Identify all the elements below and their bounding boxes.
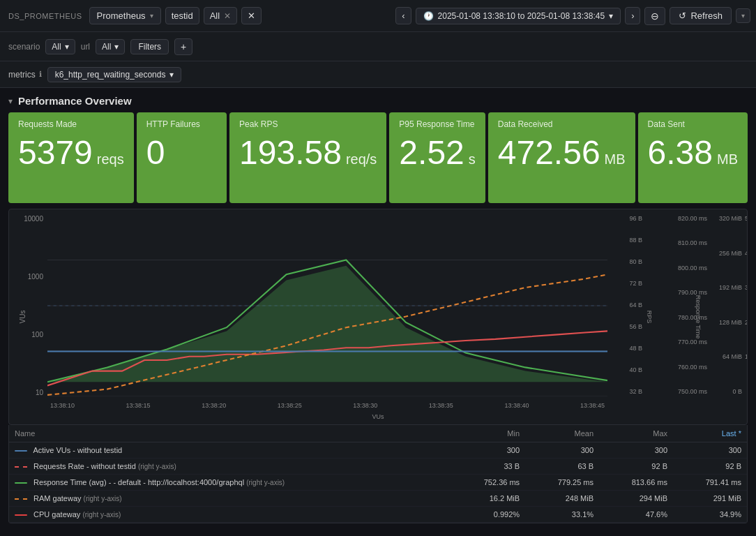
legend-last: 791.41 ms (673, 475, 747, 491)
chevron-down-icon: ▾ (114, 42, 119, 52)
stat-unit: MB (605, 152, 626, 166)
legend-line (15, 514, 27, 516)
rt-axis-title: Response Time (695, 295, 702, 339)
legend-name: RAM gateway (33, 494, 81, 502)
stat-card-http-failures: HTTP Failures 0 (137, 112, 227, 203)
info-icon[interactable]: ℹ (39, 70, 42, 79)
tag-testid: testid (165, 7, 199, 24)
stat-value: 6.38MB (648, 136, 738, 170)
section-title: Performance Overview (18, 95, 132, 107)
legend-min: 300 (451, 442, 525, 459)
legend-table-container: Name Min Mean Max Last * Active VUs - wi… (8, 425, 748, 523)
legend-mean: 33.1% (525, 507, 599, 523)
y-axis-vus-title: VUs (19, 311, 27, 324)
legend-last: 300 (673, 442, 747, 459)
metrics-dropdown[interactable]: k6_http_req_waiting_seconds ▾ (47, 67, 182, 82)
stat-value: 2.52s (399, 136, 475, 170)
stat-value: 0 (146, 136, 217, 170)
metrics-label: metrics ℹ (8, 70, 42, 80)
stat-label: HTTP Failures (146, 119, 217, 129)
stat-card-data-received: Data Received 472.56MB (488, 112, 635, 203)
chevron-down-icon: ▾ (609, 11, 613, 21)
legend-mean: 779.25 ms (525, 475, 599, 491)
time-next-button[interactable]: › (625, 7, 640, 24)
stat-label: Peak RPS (239, 119, 377, 129)
filters-label: Filters (138, 42, 161, 52)
legend-mean: 63 B (525, 459, 599, 475)
legend-subtitle: (right y-axis) (82, 511, 121, 519)
rps-axis-title: RPS (647, 311, 653, 324)
legend-name-cell: Response Time (avg) - - default - http:/… (9, 475, 451, 491)
legend-last: 291 MiB (673, 491, 747, 507)
stat-value: 5379reqs (18, 136, 124, 170)
stat-card-p95-response-time: P95 Response Time 2.52s (389, 112, 485, 203)
datasource-dropdown[interactable]: Prometheus ▾ (89, 7, 161, 24)
scenario-dropdown[interactable]: All ▾ (45, 39, 75, 54)
filters-button[interactable]: Filters (130, 39, 169, 54)
all-tag: All ✕ (204, 7, 237, 24)
legend-mean: 300 (525, 442, 599, 459)
legend-name-cell: CPU gateway (right y-axis) (9, 507, 451, 523)
legend-name: Response Time (avg) - - default - http:/… (33, 478, 244, 486)
stat-unit: reqs (97, 152, 124, 166)
col-min: Min (451, 425, 525, 442)
stat-label: Requests Made (18, 119, 124, 129)
stat-card-data-sent: Data Sent 6.38MB (638, 112, 748, 203)
legend-line-dashed (15, 498, 27, 500)
col-name: Name (9, 425, 451, 442)
url-dropdown[interactable]: All ▾ (96, 39, 125, 54)
refresh-label: Refresh (690, 10, 723, 21)
remove-icon: ✕ (248, 10, 255, 21)
legend-min: 752.36 ms (451, 475, 525, 491)
stat-unit: MB (717, 152, 738, 166)
refresh-dropdown-button[interactable]: ▾ (736, 8, 750, 23)
add-filter-button[interactable]: + (174, 38, 192, 55)
chart-svg (47, 215, 607, 396)
table-row: RAM gateway (right y-axis) 16.2 MiB 248 … (9, 491, 747, 507)
stat-unit: s (469, 152, 476, 166)
legend-name: CPU gateway (33, 510, 80, 519)
legend-table: Name Min Mean Max Last * Active VUs - wi… (9, 425, 747, 523)
time-range-label: 2025-01-08 13:38:10 to 2025-01-08 13:38:… (438, 11, 605, 21)
stat-value: 193.58req/s (239, 136, 377, 170)
remove-tag[interactable]: ✕ (241, 7, 262, 24)
collapse-icon[interactable]: ▾ (8, 96, 13, 106)
chevron-down-icon: ▾ (65, 42, 69, 52)
legend-mean: 248 MiB (525, 491, 599, 507)
all-label: All (210, 10, 220, 21)
zoom-out-button[interactable]: ⊖ (644, 7, 665, 25)
time-prev-button[interactable]: ‹ (395, 7, 411, 24)
url-value: All (102, 42, 111, 52)
legend-max: 47.6% (599, 507, 673, 523)
legend-last: 34.9% (673, 507, 747, 523)
scenario-label: scenario (8, 42, 40, 52)
legend-name: Active VUs - without testid (33, 446, 122, 454)
legend-subtitle: (right y-axis) (246, 479, 285, 486)
refresh-button[interactable]: ↺ Refresh (670, 7, 732, 24)
chevron-down-icon: ▾ (169, 70, 174, 80)
stats-row: Requests Made 5379reqs HTTP Failures 0 P… (0, 112, 756, 203)
table-row: Response Time (avg) - - default - http:/… (9, 475, 747, 491)
url-label: url (81, 42, 90, 52)
legend-last: 92 B (673, 459, 747, 475)
filter-bar: scenario All ▾ url All ▾ Filters + (0, 32, 756, 61)
legend-name-cell: Requests Rate - without testid (right y-… (9, 459, 451, 475)
datasource-label: Prometheus (97, 10, 146, 21)
scenario-value: All (52, 42, 61, 52)
x-axis-labels: 13:38:10 13:38:15 13:38:20 13:38:25 13:3… (47, 402, 607, 409)
metrics-value: k6_http_req_waiting_seconds (55, 70, 166, 80)
stat-card-peak-rps: Peak RPS 193.58req/s (229, 112, 386, 203)
legend-line (15, 482, 27, 484)
legend-max: 294 MiB (599, 491, 673, 507)
legend-min: 0.992% (451, 507, 525, 523)
legend-subtitle: (right y-axis) (84, 495, 122, 502)
close-icon[interactable]: ✕ (224, 11, 231, 21)
table-row: CPU gateway (right y-axis) 0.992% 33.1% … (9, 507, 747, 523)
table-row: Requests Rate - without testid (right y-… (9, 459, 747, 475)
top-bar: DS_PROMETHEUS Prometheus ▾ testid All ✕ … (0, 0, 756, 32)
legend-max: 92 B (599, 459, 673, 475)
time-range-picker[interactable]: 🕐 2025-01-08 13:38:10 to 2025-01-08 13:3… (416, 8, 621, 24)
col-mean: Mean (525, 425, 599, 442)
legend-min: 33 B (451, 459, 525, 475)
legend-subtitle: (right y-axis) (138, 463, 176, 470)
